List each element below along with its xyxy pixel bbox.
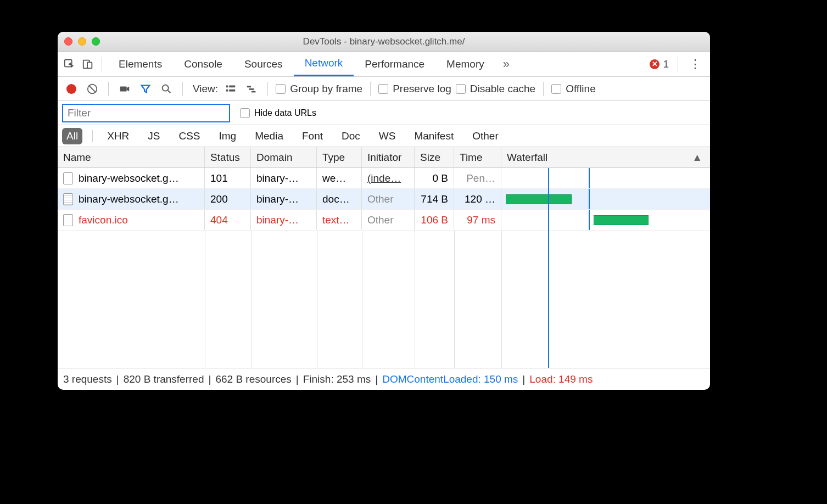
view-label: View: [193,83,218,95]
typefilter-js[interactable]: JS [143,128,164,144]
tab-network[interactable]: Network [294,52,354,76]
panel-tabbar: ElementsConsoleSourcesNetworkPerformance… [58,52,710,77]
svg-rect-9 [229,89,235,91]
tab-console[interactable]: Console [173,52,233,76]
svg-rect-8 [226,89,228,91]
col-status[interactable]: Status [205,147,251,167]
typefilter-manifest[interactable]: Manifest [410,128,458,144]
large-rows-icon[interactable] [222,81,239,97]
cell-time: 120 … [454,189,501,209]
error-icon: ✕ [650,59,660,69]
file-icon [63,214,73,226]
cell-waterfall [501,210,710,230]
divider [543,82,544,96]
camera-icon[interactable] [116,81,133,97]
checkbox-icon[interactable] [276,84,286,94]
header-row: Name Status Domain Type Initiator Size T… [58,147,710,168]
svg-rect-6 [226,85,228,87]
tab-sources[interactable]: Sources [233,52,294,76]
svg-rect-7 [229,85,235,87]
cell-status: 404 [205,210,251,230]
col-domain[interactable]: Domain [251,147,317,167]
error-count: 1 [663,58,669,70]
waterfall-dcl-line [589,168,590,188]
typefilter-font[interactable]: Font [298,128,327,144]
divider [370,82,371,96]
col-time[interactable]: Time [454,147,501,167]
cell-name: binary-websocket.g… [58,189,205,209]
divider [267,82,268,96]
disable-cache-option[interactable]: Disable cache [456,83,535,95]
cell-domain: binary-… [251,168,317,188]
cell-initiator: Other [362,189,415,209]
record-button[interactable] [63,81,80,97]
hide-data-urls-option[interactable]: Hide data URLs [240,108,316,118]
request-row[interactable]: favicon.ico404binary-…text…Other106 B97 … [58,210,710,231]
svg-rect-2 [87,62,92,68]
device-toggle-icon[interactable] [80,56,96,72]
clear-icon[interactable] [84,81,100,97]
search-icon[interactable] [158,81,175,97]
col-size[interactable]: Size [415,147,454,167]
svg-rect-4 [120,86,127,91]
cell-status: 200 [205,189,251,209]
col-name[interactable]: Name [58,147,205,167]
svg-rect-10 [247,86,251,87]
col-type[interactable]: Type [317,147,362,167]
overview-icon[interactable] [243,81,260,97]
type-filter-bar: AllXHRJSCSSImgMediaFontDocWSManifestOthe… [58,125,710,147]
checkbox-icon[interactable] [240,108,250,118]
checkbox-icon[interactable] [378,84,388,94]
checkbox-icon[interactable] [456,84,466,94]
cell-type: we… [317,168,362,188]
svg-point-5 [163,85,169,91]
col-initiator[interactable]: Initiator [362,147,415,167]
cell-initiator: Other [362,210,415,230]
cell-type: text… [317,210,362,230]
preserve-log-option[interactable]: Preserve log [378,83,451,95]
settings-menu-icon[interactable]: ⋮ [684,57,707,71]
filter-icon[interactable] [137,81,154,97]
col-waterfall[interactable]: Waterfall ▲ [501,147,710,167]
request-row[interactable]: binary-websocket.g…101binary-…we…(inde…0… [58,168,710,189]
divider [108,82,109,96]
inspect-icon[interactable] [61,56,77,72]
waterfall-bar [506,194,572,204]
tab-elements[interactable]: Elements [108,52,173,76]
typefilter-xhr[interactable]: XHR [103,128,133,144]
waterfall-bar [594,215,649,225]
network-toolbar: View: Group by frame Preserve log Disabl… [58,77,710,101]
typefilter-all[interactable]: All [62,128,82,144]
filter-input[interactable] [62,104,230,122]
cell-waterfall [501,189,710,209]
cell-initiator: (inde… [362,168,415,188]
waterfall-dcl-line [589,189,590,209]
tab-memory[interactable]: Memory [435,52,495,76]
request-row[interactable]: binary-websocket.g…200binary-…doc…Other7… [58,189,710,210]
cell-size: 106 B [415,210,454,230]
cell-type: doc… [317,189,362,209]
divider [102,57,102,71]
preserve-log-label: Preserve log [393,83,451,95]
checkbox-icon[interactable] [551,84,561,94]
offline-option[interactable]: Offline [551,83,596,95]
col-waterfall-label: Waterfall [507,152,547,164]
cell-time: 97 ms [454,210,501,230]
typefilter-css[interactable]: CSS [174,128,204,144]
tab-performance[interactable]: Performance [354,52,435,76]
error-badge[interactable]: ✕ 1 [650,58,672,70]
typefilter-doc[interactable]: Doc [337,128,365,144]
typefilter-other[interactable]: Other [468,128,503,144]
offline-label: Offline [566,83,596,95]
divider [678,57,678,71]
typefilter-img[interactable]: Img [215,128,241,144]
initiator-link[interactable]: (inde… [367,172,401,184]
typefilter-media[interactable]: Media [250,128,288,144]
group-by-frame-option[interactable]: Group by frame [276,83,362,95]
more-tabs-icon[interactable]: » [498,57,515,71]
filter-row: Hide data URLs [58,101,710,125]
footer-requests: 3 requests [63,373,112,385]
file-icon [63,172,73,184]
typefilter-ws[interactable]: WS [375,128,400,144]
footer-load: Load: 149 ms [529,373,593,385]
